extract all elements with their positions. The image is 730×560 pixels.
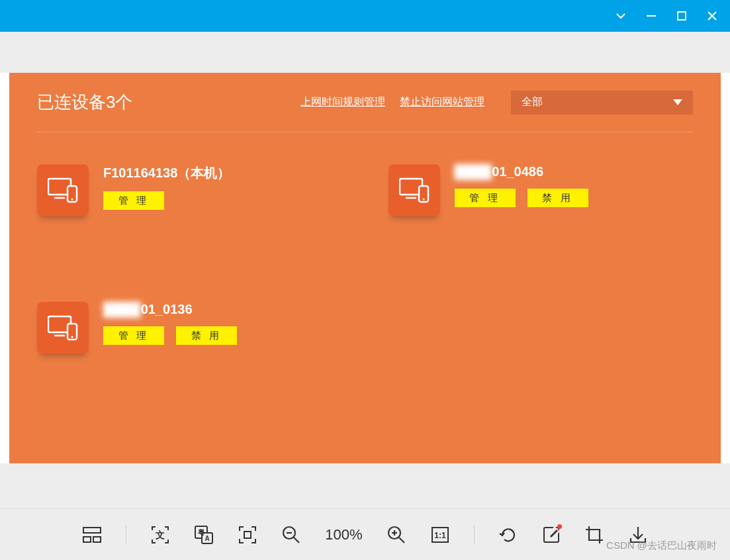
device-name: F101164138（本机） [103, 164, 230, 182]
device-card: ████01_0136 管 理 禁 用 [37, 302, 342, 353]
svg-text:A: A [205, 535, 210, 542]
fit-screen-icon[interactable] [238, 525, 257, 545]
panel-links: 上网时间规则管理 禁止访问网站管理 全部 [300, 91, 693, 115]
zoom-in-icon[interactable] [387, 525, 406, 545]
svg-text:1:1: 1:1 [434, 531, 446, 540]
svg-point-8 [71, 199, 73, 201]
disable-button[interactable]: 禁 用 [176, 326, 237, 345]
time-rules-link[interactable]: 上网时间规则管理 [300, 95, 385, 109]
device-grid: F101164138（本机） 管 理 ████01_0486 管 理 禁 用 [37, 132, 693, 353]
device-icon [37, 164, 89, 216]
svg-text:文: 文 [155, 530, 165, 540]
manage-button[interactable]: 管 理 [103, 326, 164, 345]
svg-rect-19 [93, 537, 101, 542]
website-block-link[interactable]: 禁止访问网站管理 [400, 95, 484, 109]
separator [126, 526, 126, 544]
svg-marker-4 [673, 99, 682, 105]
svg-rect-1 [678, 12, 686, 20]
titlebar-dropdown-button[interactable] [615, 10, 627, 22]
device-icon [388, 164, 440, 216]
svg-rect-18 [83, 537, 91, 542]
device-name: ████01_0486 [455, 164, 588, 179]
disable-button[interactable]: 禁 用 [527, 189, 588, 207]
connected-devices-panel: 已连设备3个 上网时间规则管理 禁止访问网站管理 全部 F101164138（本… [9, 73, 721, 463]
download-icon[interactable] [628, 525, 648, 545]
dropdown-triangle-icon [673, 99, 682, 106]
svg-rect-17 [83, 528, 101, 533]
bottom-area: 文 粤A 100% 1:1 [0, 463, 730, 560]
manage-button[interactable]: 管 理 [103, 191, 164, 210]
device-card: F101164138（本机） 管 理 [37, 164, 342, 216]
window-titlebar [0, 0, 730, 32]
separator [474, 526, 475, 544]
svg-line-27 [294, 537, 299, 543]
zoom-out-icon[interactable] [281, 525, 301, 545]
zoom-level: 100% [325, 526, 362, 543]
maximize-button[interactable] [676, 10, 688, 22]
svg-point-12 [422, 199, 424, 201]
viewer-toolbar: 文 粤A 100% 1:1 [0, 508, 730, 560]
panel-title: 已连设备3个 [37, 91, 300, 114]
svg-point-16 [71, 336, 73, 338]
translate-icon[interactable]: 粤A [194, 525, 214, 545]
close-button[interactable] [706, 10, 718, 22]
top-spacer [0, 32, 730, 73]
device-card: ████01_0486 管 理 禁 用 [388, 164, 694, 216]
device-name: ████01_0136 [103, 302, 237, 317]
actual-size-icon[interactable]: 1:1 [430, 525, 450, 545]
edit-icon[interactable] [542, 526, 561, 544]
filter-selected-label: 全部 [522, 95, 543, 109]
ocr-text-icon[interactable]: 文 [150, 525, 170, 545]
svg-rect-25 [244, 532, 251, 538]
gallery-icon[interactable] [82, 525, 102, 545]
device-icon [37, 302, 89, 353]
svg-line-30 [399, 537, 404, 543]
minimize-button[interactable] [645, 10, 657, 22]
crop-icon[interactable] [584, 525, 604, 545]
filter-select[interactable]: 全部 [511, 91, 693, 115]
manage-button[interactable]: 管 理 [455, 189, 516, 207]
rotate-icon[interactable] [498, 525, 518, 545]
svg-text:粤: 粤 [197, 528, 205, 536]
panel-header: 已连设备3个 上网时间规则管理 禁止访问网站管理 全部 [37, 73, 693, 132]
